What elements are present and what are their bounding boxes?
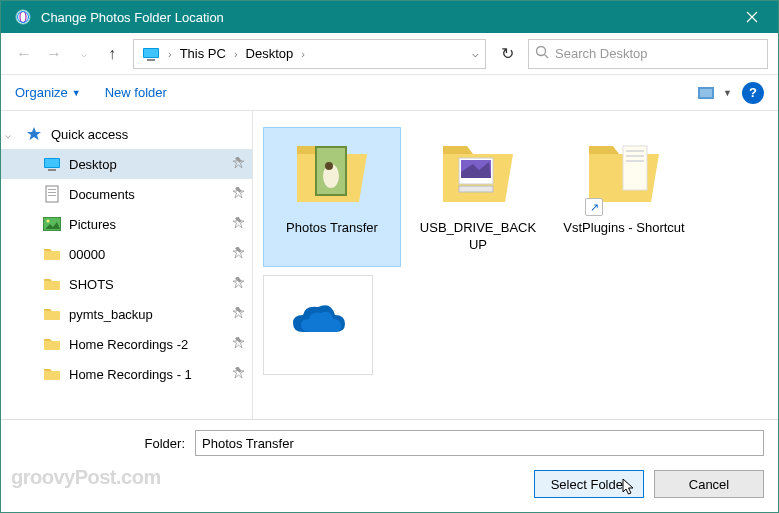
file-item[interactable]: USB_DRIVE_BACKUP <box>409 127 547 267</box>
svg-rect-28 <box>44 341 60 350</box>
cancel-button[interactable]: Cancel <box>654 470 764 498</box>
chevron-right-icon[interactable]: › <box>299 48 307 60</box>
chevron-down-icon: ▼ <box>72 88 81 98</box>
explorer-body: ⌵ Quick access DesktopDocumentsPictures0… <box>1 111 778 419</box>
svg-rect-30 <box>44 371 60 380</box>
svg-rect-29 <box>235 337 242 343</box>
sidebar-item-label: SHOTS <box>69 277 225 292</box>
chevron-right-icon[interactable]: › <box>166 48 174 60</box>
svg-rect-17 <box>235 187 242 193</box>
sidebar-item-shots[interactable]: SHOTS <box>1 269 252 299</box>
dialog-window: Change Photos Folder Location ← → ⌵ ↑ › … <box>0 0 779 513</box>
svg-rect-12 <box>235 157 242 163</box>
recent-dropdown[interactable]: ⌵ <box>71 41 97 67</box>
pin-icon <box>233 217 244 231</box>
item-label: VstPlugins - Shortcut <box>563 220 684 237</box>
folder-name-input[interactable] <box>195 430 764 456</box>
folder-icon <box>43 335 61 353</box>
navigation-pane[interactable]: ⌵ Quick access DesktopDocumentsPictures0… <box>1 111 253 419</box>
sidebar-item-label: Home Recordings -2 <box>69 337 225 352</box>
pin-icon <box>233 157 244 171</box>
pin-icon <box>233 247 244 261</box>
item-label: USB_DRIVE_BACKUP <box>416 220 540 254</box>
window-title: Change Photos Folder Location <box>41 10 730 25</box>
pictures-icon <box>43 215 61 233</box>
onedrive-icon <box>273 282 363 362</box>
star-icon <box>25 125 43 143</box>
chevron-right-icon[interactable]: › <box>232 48 240 60</box>
svg-rect-40 <box>626 150 644 152</box>
sidebar-item-label: Pictures <box>69 217 225 232</box>
organize-menu[interactable]: Organize ▼ <box>15 85 81 100</box>
svg-rect-24 <box>44 281 60 290</box>
breadcrumb-this-pc[interactable]: This PC <box>176 46 230 61</box>
file-item[interactable] <box>263 275 373 375</box>
svg-rect-14 <box>48 189 56 190</box>
new-folder-button[interactable]: New folder <box>105 85 167 100</box>
pin-icon <box>233 187 244 201</box>
svg-rect-13 <box>46 186 58 202</box>
folder-icon <box>43 275 61 293</box>
sidebar-item-desktop[interactable]: Desktop <box>1 149 252 179</box>
refresh-button[interactable]: ↻ <box>490 39 524 69</box>
search-input[interactable]: Search Desktop <box>528 39 768 69</box>
sidebar-item-00000[interactable]: 00000 <box>1 239 252 269</box>
svg-rect-27 <box>235 307 242 313</box>
view-options-button[interactable]: ▼ <box>698 85 732 101</box>
folder-icon <box>43 305 61 323</box>
sidebar-item-documents[interactable]: Documents <box>1 179 252 209</box>
back-button[interactable]: ← <box>11 41 37 67</box>
forward-button[interactable]: → <box>41 41 67 67</box>
sidebar-item-label: Desktop <box>69 157 225 172</box>
svg-point-6 <box>537 47 546 56</box>
svg-rect-15 <box>48 192 56 193</box>
address-dropdown[interactable]: ⌵ <box>472 47 479 60</box>
folder-label: Folder: <box>15 436 185 451</box>
monitor-icon <box>43 155 61 173</box>
svg-rect-10 <box>45 159 59 167</box>
svg-rect-41 <box>626 155 644 157</box>
folder-icon <box>43 365 61 383</box>
pin-icon <box>233 307 244 321</box>
svg-rect-21 <box>235 217 242 223</box>
watermark: groovyPost.com <box>11 466 161 489</box>
svg-rect-4 <box>144 49 158 57</box>
expand-icon[interactable]: ⌵ <box>5 129 11 140</box>
breadcrumb-desktop[interactable]: Desktop <box>242 46 298 61</box>
svg-rect-38 <box>459 186 493 192</box>
svg-rect-42 <box>626 160 644 162</box>
sidebar-item-pymts-backup[interactable]: pymts_backup <box>1 299 252 329</box>
search-icon <box>535 45 549 62</box>
items-view[interactable]: Photos TransferUSB_DRIVE_BACKUP↗VstPlugi… <box>253 111 778 419</box>
up-button[interactable]: ↑ <box>101 41 123 67</box>
close-button[interactable] <box>730 1 774 33</box>
navigation-bar: ← → ⌵ ↑ › This PC › Desktop › ⌵ ↻ Search… <box>1 33 778 75</box>
sidebar-item-pictures[interactable]: Pictures <box>1 209 252 239</box>
sidebar-item-home-recordings-2[interactable]: Home Recordings -2 <box>1 329 252 359</box>
app-icon <box>13 7 33 27</box>
sidebar-item-label: Home Recordings - 1 <box>69 367 225 382</box>
select-folder-button[interactable]: Select Folder <box>534 470 644 498</box>
item-label: Photos Transfer <box>286 220 378 237</box>
pin-icon <box>233 367 244 381</box>
sidebar-item-home-recordings-1[interactable]: Home Recordings - 1 <box>1 359 252 389</box>
file-item[interactable]: Photos Transfer <box>263 127 401 267</box>
folder-photo-icon <box>287 134 377 214</box>
folder-icon <box>43 245 61 263</box>
svg-rect-22 <box>44 251 60 260</box>
sidebar-item-label: Documents <box>69 187 225 202</box>
help-button[interactable]: ? <box>742 82 764 104</box>
file-item[interactable]: ↗VstPlugins - Shortcut <box>555 127 693 267</box>
svg-rect-8 <box>700 89 712 97</box>
pc-icon <box>142 47 160 61</box>
svg-rect-5 <box>147 59 155 61</box>
svg-rect-11 <box>48 169 56 171</box>
pin-icon <box>233 277 244 291</box>
address-bar[interactable]: › This PC › Desktop › ⌵ <box>133 39 486 69</box>
quick-access-header[interactable]: ⌵ Quick access <box>1 119 252 149</box>
dialog-footer: Folder: groovyPost.com Select Folder Can… <box>1 419 778 512</box>
sidebar-item-label: pymts_backup <box>69 307 225 322</box>
titlebar: Change Photos Folder Location <box>1 1 778 33</box>
pin-icon <box>233 337 244 351</box>
folder-usb-icon <box>433 134 523 214</box>
